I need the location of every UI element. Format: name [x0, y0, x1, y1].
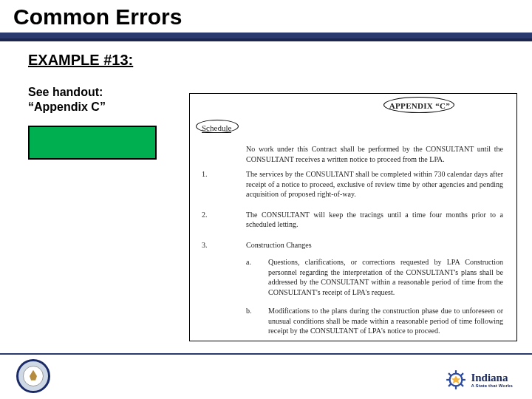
appendix-header: APPENDIX “C”: [389, 101, 450, 110]
doc-intro-paragraph: No work under this Contract shall be per…: [246, 144, 503, 164]
svg-rect-3: [446, 379, 449, 381]
doc-item-num: 1.: [202, 169, 208, 180]
doc-item-num: 2.: [202, 210, 208, 220]
svg-rect-1: [455, 370, 457, 373]
state-name: Indiana: [471, 372, 513, 383]
doc-sub-label: a.: [246, 257, 251, 267]
state-tagline: A State that Works: [471, 383, 513, 388]
footer: Indiana A State that Works: [0, 353, 532, 399]
doc-item-num: 3.: [202, 240, 208, 250]
doc-sub-text: Modifications to the plans during the co…: [268, 307, 503, 335]
doc-item-3: 3. Construction Changes a. Questions, cl…: [202, 240, 503, 336]
doc-item-text: The CONSULTANT will keep the tracings un…: [246, 211, 503, 229]
body: EXAMPLE #13: See handout: “Appendix C” A…: [0, 41, 532, 115]
svg-rect-4: [463, 379, 466, 381]
doc-ordered-list: 1. The services by the CONSULTANT shall …: [202, 169, 503, 347]
doc-sub-list: a. Questions, clarifications, or correct…: [246, 257, 503, 336]
appendix-document: APPENDIX “C” Schedule No work under this…: [189, 93, 517, 341]
page-title: Common Errors: [13, 4, 532, 30]
doc-sub-a: a. Questions, clarifications, or correct…: [246, 257, 503, 297]
svg-rect-2: [455, 386, 457, 389]
doc-sub-text: Questions, clarifications, or correction…: [268, 258, 503, 296]
appendix-header-label: APPENDIX “C”: [389, 101, 450, 110]
doc-item-text: Construction Changes: [246, 241, 312, 249]
handout-line2: “Appendix C”: [28, 100, 106, 113]
title-underline: [0, 33, 532, 41]
doc-sub-label: b.: [246, 306, 252, 316]
title-row: Common Errors: [0, 0, 532, 30]
doc-item-1: 1. The services by the CONSULTANT shall …: [202, 169, 503, 200]
schedule-label: Schedule: [202, 123, 231, 132]
gear-icon: [446, 369, 466, 390]
bar-top: [0, 33, 532, 38]
indot-seal-icon: [16, 359, 50, 393]
state-text: Indiana A State that Works: [471, 372, 513, 388]
state-logo: Indiana A State that Works: [446, 369, 513, 390]
doc-item-text: The services by the CONSULTANT shall be …: [246, 170, 503, 198]
slide: Common Errors EXAMPLE #13: See handout: …: [0, 0, 532, 399]
schedule-heading: Schedule: [202, 123, 231, 133]
footer-divider: [0, 353, 532, 355]
handout-line1: See handout:: [28, 86, 103, 98]
green-callout-box: [28, 126, 157, 160]
doc-sub-b: b. Modifications to the plans during the…: [246, 306, 503, 336]
seal-inner: [23, 366, 44, 386]
example-heading: EXAMPLE #13:: [28, 52, 532, 69]
doc-item-2: 2. The CONSULTANT will keep the tracings…: [202, 210, 503, 230]
